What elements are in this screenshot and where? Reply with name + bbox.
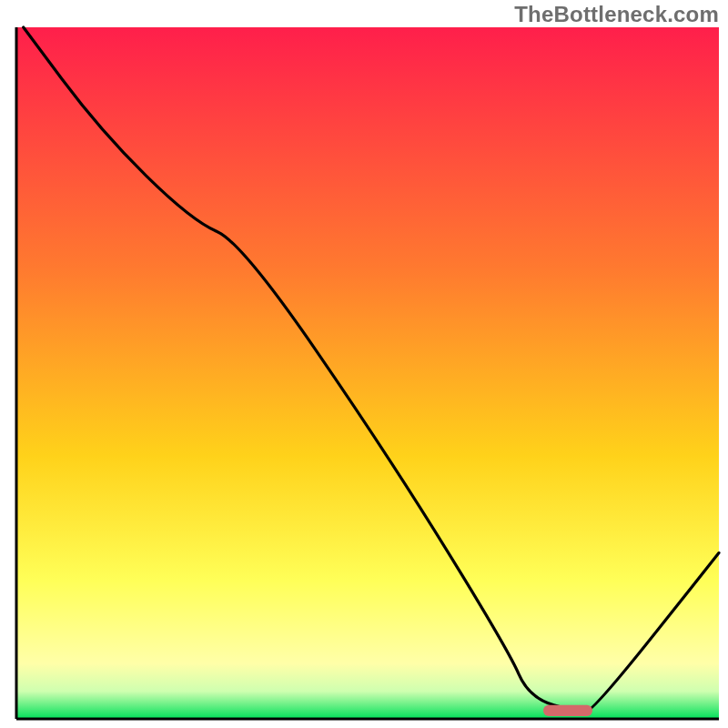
chart-stage: TheBottleneck.com	[0, 0, 728, 728]
optimal-marker	[543, 705, 592, 716]
plot-background	[16, 27, 719, 719]
bottleneck-chart	[0, 0, 728, 728]
